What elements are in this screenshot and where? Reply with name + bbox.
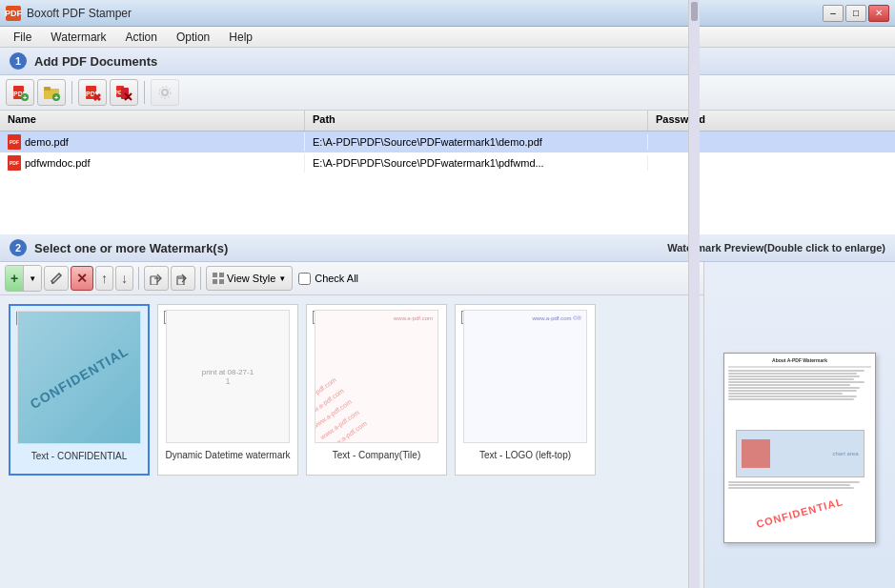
file-list-header: Name Path Password [0, 111, 895, 132]
wm-item[interactable]: ✓ CONFIDENTIAL Text - CONFIDENTIAL [9, 304, 150, 476]
title-bar: PDF Boxoft PDF Stamper – □ ✕ [0, 0, 895, 27]
col-header-name: Name [0, 111, 305, 131]
section1-body: Name Path Password PDF demo.pdf E:\A-PDF… [0, 111, 895, 234]
section2-header: 2 Select one or more Watermark(s) Waterm… [0, 234, 895, 262]
view-style-button[interactable]: View Style ▼ [206, 266, 293, 291]
menu-help[interactable]: Help [219, 29, 262, 46]
section1: 1 Add PDF Documents PDF+ + PDF PDF Name … [0, 48, 895, 234]
section2-number: 2 [10, 239, 27, 256]
svg-rect-20 [151, 276, 157, 285]
wm-sep1 [138, 267, 139, 290]
svg-rect-5 [44, 87, 51, 91]
svg-point-18 [159, 87, 171, 98]
section2-body: + ▼ ✕ ↑ ↓ View Style [0, 262, 895, 588]
menu-watermark[interactable]: Watermark [41, 29, 115, 46]
preview-lines [728, 369, 871, 427]
file-pass-cell [648, 161, 895, 165]
section1-title: Add PDF Documents [34, 54, 157, 69]
wm-preview: print at 08-27-11 [166, 310, 290, 443]
preview-header-label: Watermark Preview(Double click to enlarg… [667, 242, 885, 253]
section1-number: 1 [10, 52, 27, 70]
check-all-checkbox[interactable] [298, 273, 311, 285]
file-name: pdfwmdoc.pdf [25, 157, 90, 169]
menu-file[interactable]: File [4, 29, 41, 46]
file-list: PDF demo.pdf E:\A-PDF\PDF\Source\PDFwate… [0, 132, 895, 234]
svg-text:+: + [23, 93, 28, 101]
add-wm-dropdown[interactable]: ▼ [24, 266, 41, 291]
toolbar-sep2 [144, 81, 145, 104]
preview-doc-title: About A-PDF Watermark [728, 357, 871, 363]
preview-doc: About A-PDF Watermark [724, 354, 875, 542]
wm-item[interactable]: www.a-pdf.com ©® Text - LOGO (left-top) [455, 304, 596, 476]
add-folder-button[interactable]: + [37, 79, 66, 106]
svg-rect-25 [219, 273, 224, 277]
close-button[interactable]: ✕ [868, 5, 889, 22]
move-up-button[interactable]: ↑ [95, 266, 113, 291]
wm-preview: www.a-pdf.com www.a-pdf.comwww.a-pdf.com… [315, 310, 438, 443]
svg-text:+: + [54, 93, 59, 101]
menu-bar: File Watermark Action Option Help [0, 27, 895, 48]
file-name: demo.pdf [25, 136, 69, 148]
check-all-label: Check All [315, 273, 358, 284]
pdf-icon: PDF [8, 134, 21, 150]
section2-title: Select one or more Watermark(s) [34, 241, 228, 255]
file-name-cell: PDF pdfwmdoc.pdf [0, 153, 305, 172]
conf-wm: CONFIDENTIAL [18, 312, 140, 443]
delete-wm-button[interactable]: ✕ [71, 266, 93, 291]
toolbar-sep1 [71, 81, 72, 104]
add-wm-button[interactable]: + [6, 266, 24, 291]
wm-label: Text - Company(Tile) [328, 448, 425, 462]
file-row[interactable]: PDF demo.pdf E:\A-PDF\PDF\Source\PDFwate… [0, 132, 895, 152]
add-wm-group: + ▼ [5, 265, 42, 292]
wm-label: Text - CONFIDENTIAL [27, 449, 132, 463]
watermark-panel: + ▼ ✕ ↑ ↓ View Style [0, 262, 704, 588]
section1-header: 1 Add PDF Documents [0, 48, 895, 75]
svg-rect-27 [219, 279, 224, 284]
section1-toolbar: PDF+ + PDF PDF [0, 75, 895, 111]
wm-grid: ✓ CONFIDENTIAL Text - CONFIDENTIAL print… [0, 295, 703, 588]
check-all-container: Check All [298, 273, 358, 285]
view-style-label: View Style [227, 273, 275, 284]
configure-button [151, 79, 179, 106]
wm-preview: CONFIDENTIAL [17, 311, 141, 444]
conf-text: CONFIDENTIAL [28, 343, 132, 412]
view-style-arrow: ▼ [278, 274, 286, 283]
wm-sep2 [200, 267, 201, 290]
section2: 2 Select one or more Watermark(s) Waterm… [0, 234, 895, 588]
add-file-button[interactable]: PDF+ [6, 79, 34, 106]
wm-label: Text - LOGO (left-top) [475, 448, 576, 462]
maximize-button[interactable]: □ [845, 5, 866, 22]
preview-panel: About A-PDF Watermark [704, 262, 895, 588]
svg-rect-24 [213, 273, 217, 277]
wm-item[interactable]: print at 08-27-11 Dynamic Datetime water… [157, 304, 298, 476]
app-icon: PDF [6, 6, 21, 21]
move-down-button[interactable]: ↓ [115, 266, 133, 291]
file-row[interactable]: PDF pdfwmdoc.pdf E:\A-PDF\PDF\Source\PDF… [0, 152, 895, 173]
edit-wm-button[interactable] [44, 266, 69, 291]
export-button[interactable] [171, 266, 195, 291]
remove-button[interactable]: PDF [78, 79, 107, 106]
col-header-path: Path [305, 111, 648, 131]
col-header-password: Password [648, 111, 895, 131]
menu-action[interactable]: Action [116, 29, 167, 46]
file-pass-cell [648, 140, 895, 144]
app-title: Boxoft PDF Stamper [27, 7, 132, 20]
preview-image[interactable]: About A-PDF Watermark [723, 353, 876, 543]
file-path-cell: E:\A-PDF\PDF\Source\PDFwatermark1\pdfwmd… [305, 155, 648, 171]
file-path-cell: E:\A-PDF\PDF\Source\PDFwatermark1\demo.p… [305, 134, 648, 150]
svg-point-17 [162, 90, 168, 95]
wm-preview: www.a-pdf.com ©® [463, 310, 587, 443]
wm-toolbar: + ▼ ✕ ↑ ↓ View Style [0, 262, 703, 295]
menu-option[interactable]: Option [167, 29, 219, 46]
preview-content: About A-PDF Watermark [704, 262, 895, 588]
wm-scrollbar[interactable] [688, 295, 700, 588]
preview-img-block: chart area [736, 430, 864, 477]
svg-rect-26 [213, 279, 217, 284]
wm-label: Dynamic Datetime watermark [160, 448, 295, 462]
minimize-button[interactable]: – [823, 5, 844, 22]
file-name-cell: PDF demo.pdf [0, 132, 305, 152]
import-button[interactable] [144, 266, 169, 291]
pdf-icon: PDF [8, 155, 21, 171]
wm-item[interactable]: www.a-pdf.com www.a-pdf.comwww.a-pdf.com… [306, 304, 447, 476]
remove-all-button[interactable]: PDF [110, 79, 138, 106]
